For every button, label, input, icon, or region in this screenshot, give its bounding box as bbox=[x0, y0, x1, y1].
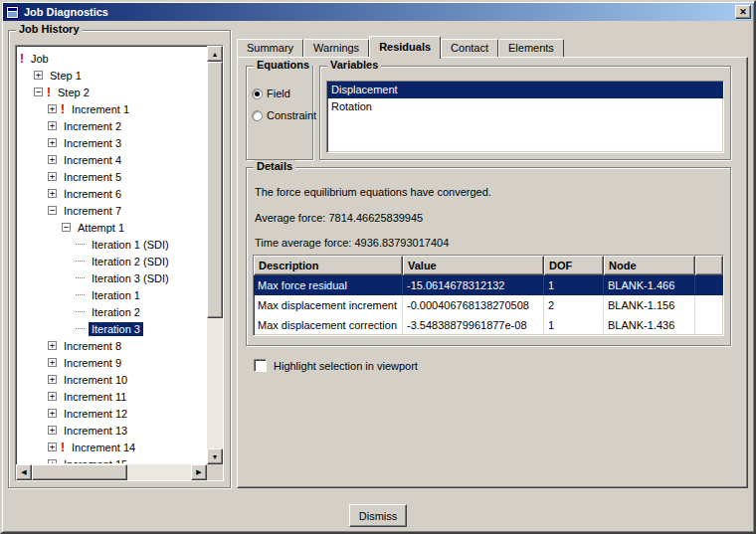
tab-warnings[interactable]: Warnings bbox=[303, 39, 369, 57]
tree-item-label: Increment 8 bbox=[61, 339, 124, 353]
tree-item[interactable]: +Increment 2 bbox=[18, 117, 206, 134]
tab-residuals[interactable]: Residuals bbox=[369, 36, 441, 59]
table-cell: Max displacement correction bbox=[254, 315, 403, 335]
tree-item[interactable]: +Increment 15 bbox=[18, 455, 206, 463]
job-history-tree: !Job+Step 1−!Step 2+!Increment 1+Increme… bbox=[15, 45, 224, 481]
tree-item-label: Increment 5 bbox=[61, 170, 124, 184]
table-cell: -3.54838879961877e-08 bbox=[403, 315, 544, 335]
close-button[interactable]: ✕ bbox=[735, 5, 751, 19]
table-cell: -15.0614678312132 bbox=[403, 275, 544, 295]
highlight-checkbox[interactable] bbox=[254, 359, 267, 372]
expand-icon[interactable]: + bbox=[48, 155, 57, 164]
table-cell: Max force residual bbox=[254, 275, 403, 295]
tree-item[interactable]: +Increment 3 bbox=[18, 134, 206, 151]
up-arrow-icon: ▲ bbox=[212, 51, 219, 58]
tree-connector bbox=[76, 294, 85, 295]
expand-icon[interactable]: + bbox=[48, 104, 57, 113]
tree-item-label: Increment 4 bbox=[61, 153, 124, 167]
tree-item[interactable]: +Increment 4 bbox=[18, 151, 206, 168]
tree-item[interactable]: Iteration 1 (SDI) bbox=[18, 236, 206, 253]
scroll-down-button[interactable]: ▼ bbox=[207, 448, 223, 464]
collapse-icon[interactable]: − bbox=[62, 223, 71, 232]
tree-connector bbox=[76, 244, 85, 245]
tree-item[interactable]: Iteration 3 bbox=[18, 320, 206, 337]
tree-item[interactable]: +Increment 10 bbox=[18, 371, 206, 388]
tree-item[interactable]: Iteration 2 (SDI) bbox=[18, 253, 206, 269]
table-row[interactable]: Max displacement correction-3.5483887996… bbox=[254, 315, 723, 335]
column-header-node[interactable]: Node bbox=[604, 256, 695, 275]
expand-icon[interactable]: + bbox=[48, 375, 57, 384]
tree-item[interactable]: +Increment 6 bbox=[18, 185, 206, 202]
dismiss-button[interactable]: Dismiss bbox=[349, 504, 407, 527]
radio-field[interactable]: Field bbox=[252, 83, 312, 104]
tree-item[interactable]: Iteration 2 bbox=[18, 303, 206, 320]
expand-icon[interactable]: + bbox=[48, 358, 57, 367]
tree-item[interactable]: +Increment 12 bbox=[18, 405, 206, 422]
tab-contact[interactable]: Contact bbox=[441, 39, 498, 57]
tree-vertical-scrollbar[interactable]: ▲ ▼ bbox=[207, 46, 223, 464]
scroll-left-button[interactable]: ◀ bbox=[16, 464, 32, 480]
tree-item-label: Iteration 1 bbox=[89, 288, 143, 302]
scroll-up-button[interactable]: ▲ bbox=[207, 46, 223, 62]
radio-label: Field bbox=[267, 88, 290, 99]
convergence-message: The force equilibrium equations have con… bbox=[255, 186, 491, 198]
expand-icon[interactable]: + bbox=[48, 138, 57, 147]
table-row[interactable]: Max displacement increment-0.00040676813… bbox=[254, 295, 723, 315]
expand-icon[interactable]: + bbox=[34, 71, 43, 80]
variables-group: Variables DisplacementRotation bbox=[319, 66, 731, 160]
tree-item-label: Job bbox=[28, 52, 52, 66]
horizontal-scroll-thumb[interactable] bbox=[32, 464, 127, 480]
column-header-description[interactable]: Description bbox=[254, 256, 403, 275]
tree-item[interactable]: +Step 1 bbox=[18, 67, 206, 84]
tab-elements[interactable]: Elements bbox=[498, 39, 564, 57]
tree-item[interactable]: +Increment 5 bbox=[18, 168, 206, 185]
tree-item-label: Increment 1 bbox=[69, 102, 132, 116]
expand-icon[interactable]: + bbox=[48, 189, 57, 198]
tree-item[interactable]: +Increment 13 bbox=[18, 422, 206, 439]
tree-item-label: Step 2 bbox=[55, 86, 93, 99]
expand-icon[interactable]: + bbox=[48, 409, 57, 418]
tree-item-label: Increment 11 bbox=[61, 390, 129, 404]
collapse-icon[interactable]: − bbox=[34, 88, 43, 96]
titlebar[interactable]: Job Diagnostics ✕ bbox=[3, 3, 753, 21]
tree-item[interactable]: +Increment 8 bbox=[18, 337, 206, 354]
tree-item[interactable]: +Increment 9 bbox=[18, 354, 206, 371]
tree-item[interactable]: −!Step 2 bbox=[18, 84, 206, 100]
tree-item[interactable]: !Job bbox=[18, 50, 206, 67]
table-cell: 2 bbox=[544, 295, 604, 315]
table-row[interactable]: Max force residual-15.06146783121321BLAN… bbox=[254, 275, 723, 295]
expand-icon[interactable]: + bbox=[48, 341, 57, 350]
tree-item-label: Increment 14 bbox=[69, 441, 138, 454]
scroll-right-button[interactable]: ▶ bbox=[191, 464, 207, 480]
tree-item[interactable]: −Increment 7 bbox=[18, 202, 206, 219]
list-item[interactable]: Displacement bbox=[327, 82, 723, 98]
vertical-scroll-thumb[interactable] bbox=[207, 62, 223, 318]
radio-constraint[interactable]: Constraint bbox=[252, 104, 312, 126]
tree-item[interactable]: Iteration 1 bbox=[18, 286, 206, 303]
tree-item[interactable]: Iteration 3 (SDI) bbox=[18, 269, 206, 286]
expand-icon[interactable]: + bbox=[48, 459, 57, 463]
details-table: DescriptionValueDOFNode Max force residu… bbox=[253, 255, 724, 336]
tree-item[interactable]: −Attempt 1 bbox=[18, 219, 206, 236]
tree-item[interactable]: +!Increment 1 bbox=[18, 100, 206, 117]
tree-item-label: Increment 12 bbox=[61, 407, 130, 421]
tree-connector bbox=[76, 311, 85, 312]
expand-icon[interactable]: + bbox=[48, 121, 57, 130]
expand-icon[interactable]: + bbox=[48, 172, 57, 181]
tree-items: !Job+Step 1−!Step 2+!Increment 1+Increme… bbox=[18, 48, 206, 463]
column-header-value[interactable]: Value bbox=[403, 256, 544, 275]
highlight-checkbox-row[interactable]: Highlight selection in viewport bbox=[254, 359, 418, 372]
expand-icon[interactable]: + bbox=[48, 426, 57, 435]
column-header-dof[interactable]: DOF bbox=[544, 256, 604, 275]
variables-list: DisplacementRotation bbox=[326, 81, 724, 153]
list-item[interactable]: Rotation bbox=[327, 98, 723, 115]
tab-summary[interactable]: Summary bbox=[237, 39, 303, 57]
collapse-icon[interactable]: − bbox=[48, 206, 57, 215]
tree-item[interactable]: +!Increment 14 bbox=[18, 439, 206, 455]
expand-icon[interactable]: + bbox=[48, 443, 57, 451]
tree-item[interactable]: +Increment 11 bbox=[18, 388, 206, 405]
tree-horizontal-scrollbar[interactable]: ◀ ▶ bbox=[16, 464, 207, 480]
expand-icon[interactable]: + bbox=[48, 392, 57, 401]
tree-item-label: Iteration 3 bbox=[89, 322, 143, 336]
table-cell: BLANK-1.156 bbox=[604, 295, 695, 315]
